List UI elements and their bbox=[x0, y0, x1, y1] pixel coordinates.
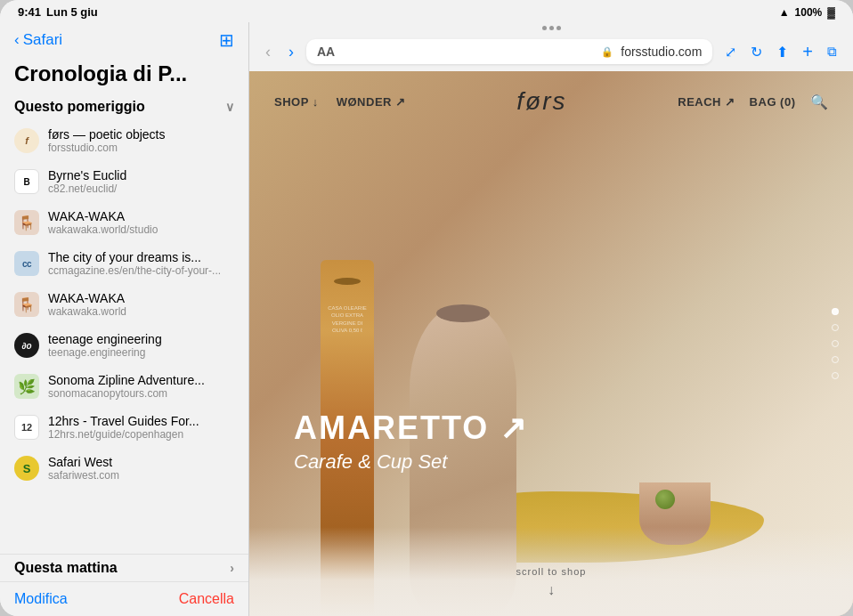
history-title-teenage: teenage engineering bbox=[48, 332, 234, 346]
status-bar: 9:41 Lun 5 giu ▲ 100% ▓ bbox=[0, 0, 853, 22]
olive bbox=[655, 490, 675, 509]
history-url-teenage: teenage.engineering bbox=[48, 346, 234, 359]
nav-wonder[interactable]: WØNDER ↗ bbox=[337, 95, 406, 109]
slide-dot-3[interactable] bbox=[832, 340, 839, 347]
history-item-city[interactable]: cc The city of your dreams is... ccmagaz… bbox=[0, 243, 248, 284]
scroll-indicator: scroll to shop ↓ bbox=[516, 563, 587, 598]
nav-search-icon[interactable]: 🔍 bbox=[810, 93, 829, 110]
nav-shop[interactable]: SHOP ↓ bbox=[274, 95, 319, 109]
history-url-city: ccmagazine.es/en/the-city-of-your-... bbox=[48, 264, 234, 277]
section-this-morning[interactable]: Questa mattina › bbox=[0, 554, 248, 581]
history-item-byrne[interactable]: B Byrne's Euclid c82.net/euclid/ bbox=[0, 161, 248, 202]
history-sidebar: ‹ Safari ⊞ Cronologia di P... Questo pom… bbox=[0, 22, 249, 616]
scroll-arrow-icon: ↓ bbox=[516, 582, 587, 598]
website-content: CASA OLEARIE OLIO EXTRA VERGINE DI OLIVA… bbox=[249, 71, 853, 616]
history-url-safari-west: safariwest.com bbox=[48, 469, 234, 482]
favicon-safari-west: S bbox=[14, 456, 39, 481]
back-to-safari-button[interactable]: ‹ Safari bbox=[14, 31, 62, 49]
edit-button[interactable]: Modifica bbox=[14, 591, 68, 607]
back-label: Safari bbox=[23, 31, 62, 49]
history-item-12hrs[interactable]: 12 12hrs - Travel Guides For... 12hrs.ne… bbox=[0, 407, 248, 448]
nav-reach[interactable]: REACH ↗ bbox=[678, 95, 735, 109]
history-url-sonoma: sonomacanopytours.com bbox=[48, 387, 234, 400]
ipad-frame: 9:41 Lun 5 giu ▲ 100% ▓ ‹ Safari ⊞ Crono… bbox=[0, 0, 853, 616]
history-list: f førs — poetic objects forsstudio.com B… bbox=[0, 120, 248, 550]
tab-dot-1 bbox=[542, 26, 547, 30]
status-day: Lun 5 giu bbox=[46, 5, 98, 19]
history-title-waka2: WAKA-WAKA bbox=[48, 291, 234, 305]
battery-percentage: 100% bbox=[795, 6, 823, 19]
cancel-button[interactable]: Cancella bbox=[179, 591, 234, 607]
sidebar-layout-button[interactable]: ⊞ bbox=[219, 29, 234, 51]
history-title-12hrs: 12hrs - Travel Guides For... bbox=[48, 414, 234, 428]
history-url-byrne: c82.net/euclid/ bbox=[48, 182, 234, 195]
reload-button[interactable]: ↻ bbox=[745, 42, 768, 62]
tabs-overview-button[interactable]: ⧉ bbox=[822, 42, 842, 61]
address-domain: forsstudio.com bbox=[621, 45, 702, 59]
site-nav: SHOP ↓ WØNDER ↗ førs REACH ↗ BAG (0) 🔍 bbox=[249, 71, 853, 132]
wifi-icon: ▲ bbox=[779, 6, 790, 19]
nav-right: REACH ↗ BAG (0) 🔍 bbox=[678, 93, 828, 110]
history-title-byrne: Byrne's Euclid bbox=[48, 168, 234, 182]
favicon-teenage: ∂o bbox=[14, 333, 39, 358]
history-item-waka2[interactable]: 🪑 WAKA-WAKA wakawaka.world bbox=[0, 284, 248, 325]
tab-dot-2 bbox=[549, 26, 554, 30]
sidebar-footer: Modifica Cancella bbox=[0, 581, 248, 616]
forward-button[interactable]: › bbox=[283, 41, 299, 63]
new-tab-button[interactable]: + bbox=[797, 40, 818, 64]
favicon-waka2: 🪑 bbox=[14, 292, 39, 317]
battery-icon: ▓ bbox=[827, 6, 835, 19]
history-url-waka1: wakawaka.world/studio bbox=[48, 223, 234, 236]
history-url-fors: forsstudio.com bbox=[48, 142, 234, 154]
slide-dot-4[interactable] bbox=[832, 356, 839, 363]
slide-dot-1[interactable] bbox=[832, 308, 839, 315]
favicon-12hrs: 12 bbox=[14, 415, 39, 440]
reader-mode-button[interactable]: AA bbox=[317, 45, 335, 59]
history-item-waka1[interactable]: 🪑 WAKA-WAKA wakawaka.world/studio bbox=[0, 202, 248, 243]
history-title-waka1: WAKA-WAKA bbox=[48, 209, 234, 223]
browser-toolbar: ‹ › AA 🔒 forsstudio.com ⤢ ↻ ⬆ + ⧉ bbox=[249, 32, 853, 71]
nav-logo[interactable]: førs bbox=[406, 87, 678, 116]
tab-dot-3 bbox=[556, 26, 561, 30]
favicon-fors: f bbox=[14, 128, 39, 153]
nav-left: SHOP ↓ WØNDER ↗ bbox=[274, 95, 406, 109]
section-morning-chevron-icon: › bbox=[230, 561, 234, 575]
favicon-waka1: 🪑 bbox=[14, 210, 39, 235]
address-bar[interactable]: AA 🔒 forsstudio.com bbox=[306, 39, 712, 64]
main-area: ‹ Safari ⊞ Cronologia di P... Questo pom… bbox=[0, 22, 853, 616]
section-label: Questo pomeriggio bbox=[14, 99, 145, 115]
share-button[interactable]: ⬆ bbox=[771, 42, 793, 62]
hero-text: AMARETTO ↗ Carafe & Cup Set bbox=[294, 409, 528, 474]
tab-manager-button[interactable]: ⤢ bbox=[719, 42, 742, 62]
product-scene: CASA OLEARIE OLIO EXTRA VERGINE DI OLIVA… bbox=[249, 71, 853, 616]
tab-dots bbox=[249, 22, 853, 32]
sidebar-top-bar: ‹ Safari ⊞ bbox=[0, 22, 248, 58]
favicon-sonoma: 🌿 bbox=[14, 374, 39, 399]
section-this-afternoon: Questo pomeriggio ∨ bbox=[0, 93, 248, 120]
history-title-safari-west: Safari West bbox=[48, 455, 234, 469]
history-item-safari-west[interactable]: S Safari West safariwest.com bbox=[0, 448, 248, 489]
scroll-text: scroll to shop bbox=[516, 566, 587, 577]
history-url-12hrs: 12hrs.net/guide/copenhagen bbox=[48, 428, 234, 441]
status-time: 9:41 bbox=[18, 5, 41, 19]
nav-bag[interactable]: BAG (0) bbox=[750, 95, 796, 109]
back-button[interactable]: ‹ bbox=[260, 41, 276, 63]
history-item-fors[interactable]: f førs — poetic objects forsstudio.com bbox=[0, 120, 248, 161]
history-url-waka2: wakawaka.world bbox=[48, 305, 234, 318]
hero-title[interactable]: AMARETTO ↗ bbox=[294, 409, 528, 447]
sidebar-title: Cronologia di P... bbox=[0, 58, 248, 93]
history-item-sonoma[interactable]: 🌿 Sonoma Zipline Adventure... sonomacano… bbox=[0, 366, 248, 407]
browser-area: ‹ › AA 🔒 forsstudio.com ⤢ ↻ ⬆ + ⧉ bbox=[249, 22, 853, 616]
slide-dot-5[interactable] bbox=[832, 372, 839, 379]
favicon-city: cc bbox=[14, 251, 39, 276]
toolbar-actions: ⤢ ↻ ⬆ + ⧉ bbox=[719, 40, 842, 64]
lock-icon: 🔒 bbox=[601, 46, 613, 58]
history-title-city: The city of your dreams is... bbox=[48, 250, 234, 264]
section-chevron-icon[interactable]: ∨ bbox=[225, 100, 234, 114]
hero-subtitle: Carafe & Cup Set bbox=[294, 450, 528, 474]
history-item-teenage[interactable]: ∂o teenage engineering teenage.engineeri… bbox=[0, 325, 248, 366]
favicon-byrne: B bbox=[14, 169, 39, 194]
slide-indicators bbox=[832, 308, 839, 379]
slide-dot-2[interactable] bbox=[832, 324, 839, 331]
section-morning-label: Questa mattina bbox=[14, 560, 118, 576]
